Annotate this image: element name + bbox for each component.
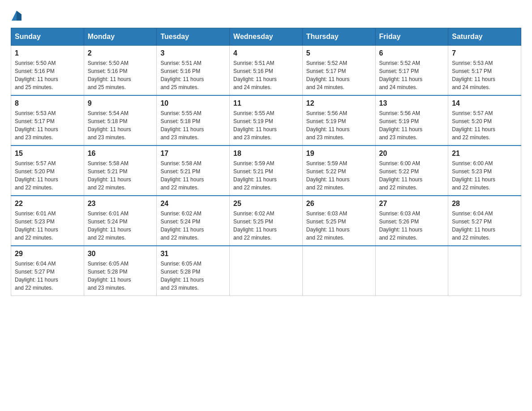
day-number: 20 xyxy=(379,150,445,158)
header-row: SundayMondayTuesdayWednesdayThursdayFrid… xyxy=(11,28,521,46)
day-number: 1 xyxy=(15,49,80,57)
day-number: 8 xyxy=(15,99,80,107)
day-info: Sunrise: 5:57 AMSunset: 5:20 PMDaylight:… xyxy=(452,109,517,141)
day-number: 31 xyxy=(160,250,226,258)
day-info: Sunrise: 6:05 AMSunset: 5:28 PMDaylight:… xyxy=(160,260,226,292)
calendar-cell xyxy=(302,246,375,296)
header-tuesday: Tuesday xyxy=(157,28,230,46)
day-number: 27 xyxy=(379,200,445,208)
calendar-cell: 16Sunrise: 5:58 AMSunset: 5:21 PMDayligh… xyxy=(84,146,157,196)
day-info: Sunrise: 5:52 AMSunset: 5:17 PMDaylight:… xyxy=(306,59,372,91)
header-monday: Monday xyxy=(84,28,157,46)
day-info: Sunrise: 6:05 AMSunset: 5:28 PMDaylight:… xyxy=(88,260,153,292)
day-number: 26 xyxy=(306,200,372,208)
day-info: Sunrise: 5:54 AMSunset: 5:18 PMDaylight:… xyxy=(88,109,153,141)
svg-marker-1 xyxy=(17,11,21,21)
day-number: 5 xyxy=(306,49,372,57)
day-info: Sunrise: 6:03 AMSunset: 5:25 PMDaylight:… xyxy=(306,210,372,242)
logo xyxy=(11,11,21,19)
header-sunday: Sunday xyxy=(11,28,84,46)
day-number: 22 xyxy=(15,200,80,208)
calendar-cell: 19Sunrise: 5:59 AMSunset: 5:22 PMDayligh… xyxy=(302,146,375,196)
day-number: 10 xyxy=(160,99,226,107)
calendar-cell xyxy=(448,246,521,296)
day-number: 9 xyxy=(88,99,153,107)
day-number: 2 xyxy=(88,49,153,57)
day-info: Sunrise: 5:58 AMSunset: 5:21 PMDaylight:… xyxy=(88,159,153,192)
day-number: 14 xyxy=(452,99,517,107)
calendar-cell xyxy=(375,246,448,296)
day-info: Sunrise: 5:50 AMSunset: 5:16 PMDaylight:… xyxy=(88,59,153,91)
day-info: Sunrise: 6:01 AMSunset: 5:23 PMDaylight:… xyxy=(15,210,80,242)
calendar-cell: 8Sunrise: 5:53 AMSunset: 5:17 PMDaylight… xyxy=(11,95,84,146)
week-row-2: 8Sunrise: 5:53 AMSunset: 5:17 PMDaylight… xyxy=(11,95,521,146)
day-info: Sunrise: 6:04 AMSunset: 5:27 PMDaylight:… xyxy=(15,260,80,292)
day-number: 17 xyxy=(160,150,226,158)
day-number: 28 xyxy=(452,200,517,208)
day-info: Sunrise: 6:02 AMSunset: 5:24 PMDaylight:… xyxy=(160,210,226,242)
day-number: 15 xyxy=(15,150,80,158)
calendar-cell: 20Sunrise: 6:00 AMSunset: 5:22 PMDayligh… xyxy=(375,146,448,196)
week-row-3: 15Sunrise: 5:57 AMSunset: 5:20 PMDayligh… xyxy=(11,146,521,196)
day-number: 29 xyxy=(15,250,80,258)
week-row-1: 1Sunrise: 5:50 AMSunset: 5:16 PMDaylight… xyxy=(11,46,521,96)
calendar-table: SundayMondayTuesdayWednesdayThursdayFrid… xyxy=(11,28,521,296)
day-info: Sunrise: 5:52 AMSunset: 5:17 PMDaylight:… xyxy=(379,59,445,91)
page-header xyxy=(11,11,521,19)
day-number: 25 xyxy=(233,200,299,208)
header-wednesday: Wednesday xyxy=(230,28,303,46)
calendar-cell: 25Sunrise: 6:02 AMSunset: 5:25 PMDayligh… xyxy=(230,196,303,246)
day-number: 21 xyxy=(452,150,517,158)
calendar-cell: 11Sunrise: 5:55 AMSunset: 5:19 PMDayligh… xyxy=(230,95,303,146)
day-info: Sunrise: 5:51 AMSunset: 5:16 PMDaylight:… xyxy=(233,59,299,91)
calendar-cell: 31Sunrise: 6:05 AMSunset: 5:28 PMDayligh… xyxy=(157,246,230,296)
day-number: 12 xyxy=(306,99,372,107)
calendar-cell: 1Sunrise: 5:50 AMSunset: 5:16 PMDaylight… xyxy=(11,46,84,96)
day-number: 11 xyxy=(233,99,299,107)
calendar-cell: 7Sunrise: 5:53 AMSunset: 5:17 PMDaylight… xyxy=(448,46,521,96)
header-thursday: Thursday xyxy=(302,28,375,46)
calendar-cell: 28Sunrise: 6:04 AMSunset: 5:27 PMDayligh… xyxy=(448,196,521,246)
day-number: 18 xyxy=(233,150,299,158)
day-number: 13 xyxy=(379,99,445,107)
day-info: Sunrise: 5:56 AMSunset: 5:19 PMDaylight:… xyxy=(379,109,445,141)
header-saturday: Saturday xyxy=(448,28,521,46)
day-number: 6 xyxy=(379,49,445,57)
calendar-cell xyxy=(230,246,303,296)
calendar-cell: 29Sunrise: 6:04 AMSunset: 5:27 PMDayligh… xyxy=(11,246,84,296)
day-info: Sunrise: 5:59 AMSunset: 5:22 PMDaylight:… xyxy=(306,159,372,192)
calendar-cell: 10Sunrise: 5:55 AMSunset: 5:18 PMDayligh… xyxy=(157,95,230,146)
calendar-cell: 13Sunrise: 5:56 AMSunset: 5:19 PMDayligh… xyxy=(375,95,448,146)
calendar-cell: 18Sunrise: 5:59 AMSunset: 5:21 PMDayligh… xyxy=(230,146,303,196)
calendar-cell: 30Sunrise: 6:05 AMSunset: 5:28 PMDayligh… xyxy=(84,246,157,296)
day-number: 19 xyxy=(306,150,372,158)
logo-icon xyxy=(12,11,21,21)
calendar-cell: 12Sunrise: 5:56 AMSunset: 5:19 PMDayligh… xyxy=(302,95,375,146)
calendar-cell: 17Sunrise: 5:58 AMSunset: 5:21 PMDayligh… xyxy=(157,146,230,196)
calendar-cell: 27Sunrise: 6:03 AMSunset: 5:26 PMDayligh… xyxy=(375,196,448,246)
calendar-cell: 24Sunrise: 6:02 AMSunset: 5:24 PMDayligh… xyxy=(157,196,230,246)
day-number: 16 xyxy=(88,150,153,158)
day-info: Sunrise: 5:55 AMSunset: 5:19 PMDaylight:… xyxy=(233,109,299,141)
calendar-cell: 6Sunrise: 5:52 AMSunset: 5:17 PMDaylight… xyxy=(375,46,448,96)
calendar-cell: 21Sunrise: 6:00 AMSunset: 5:23 PMDayligh… xyxy=(448,146,521,196)
header-friday: Friday xyxy=(375,28,448,46)
calendar-cell: 2Sunrise: 5:50 AMSunset: 5:16 PMDaylight… xyxy=(84,46,157,96)
day-info: Sunrise: 5:53 AMSunset: 5:17 PMDaylight:… xyxy=(452,59,517,91)
calendar-cell: 14Sunrise: 5:57 AMSunset: 5:20 PMDayligh… xyxy=(448,95,521,146)
day-info: Sunrise: 5:56 AMSunset: 5:19 PMDaylight:… xyxy=(306,109,372,141)
week-row-5: 29Sunrise: 6:04 AMSunset: 5:27 PMDayligh… xyxy=(11,246,521,296)
day-info: Sunrise: 6:04 AMSunset: 5:27 PMDaylight:… xyxy=(452,210,517,242)
day-info: Sunrise: 6:01 AMSunset: 5:24 PMDaylight:… xyxy=(88,210,153,242)
day-info: Sunrise: 6:03 AMSunset: 5:26 PMDaylight:… xyxy=(379,210,445,242)
day-number: 7 xyxy=(452,49,517,57)
calendar-cell: 22Sunrise: 6:01 AMSunset: 5:23 PMDayligh… xyxy=(11,196,84,246)
day-info: Sunrise: 5:57 AMSunset: 5:20 PMDaylight:… xyxy=(15,159,80,192)
day-number: 4 xyxy=(233,49,299,57)
day-info: Sunrise: 5:58 AMSunset: 5:21 PMDaylight:… xyxy=(160,159,226,192)
day-info: Sunrise: 5:59 AMSunset: 5:21 PMDaylight:… xyxy=(233,159,299,192)
day-info: Sunrise: 6:02 AMSunset: 5:25 PMDaylight:… xyxy=(233,210,299,242)
day-info: Sunrise: 6:00 AMSunset: 5:22 PMDaylight:… xyxy=(379,159,445,192)
calendar-cell: 5Sunrise: 5:52 AMSunset: 5:17 PMDaylight… xyxy=(302,46,375,96)
day-number: 23 xyxy=(88,200,153,208)
